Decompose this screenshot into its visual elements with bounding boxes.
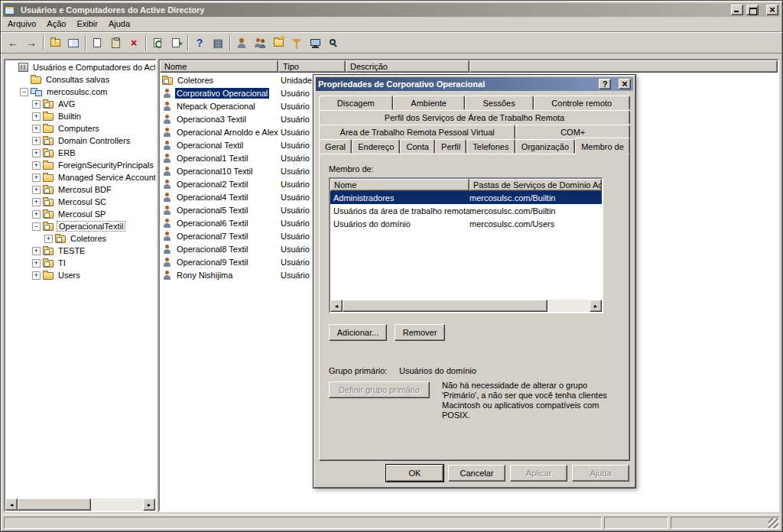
forward-button[interactable]: → xyxy=(22,34,41,51)
tab-telefones[interactable]: Telefones xyxy=(466,139,515,154)
tab-conta[interactable]: Conta xyxy=(400,139,435,154)
close-icon[interactable] xyxy=(766,5,778,15)
window-titlebar[interactable]: Usuários e Computadores do Active Direct… xyxy=(3,3,780,17)
tree-item-erb[interactable]: +ERB xyxy=(5,147,155,159)
new-group-button[interactable] xyxy=(251,34,269,51)
resize-grip[interactable] xyxy=(768,518,778,528)
tree-item-mercosulsc-com[interactable]: −mercosulsc.com xyxy=(5,86,155,98)
filter-button[interactable] xyxy=(288,34,306,51)
refresh-button[interactable] xyxy=(148,34,167,51)
expand-icon[interactable]: + xyxy=(32,100,41,109)
tree-item-mercosul-sc[interactable]: +Mercosul SC xyxy=(5,196,155,208)
expand-icon[interactable]: + xyxy=(32,125,41,133)
tree-item-coletores[interactable]: +Coletores xyxy=(5,232,155,245)
columns-button[interactable]: ▤ xyxy=(209,34,227,51)
tree-item-mercosul-sp[interactable]: +Mercosul SP xyxy=(5,208,155,220)
tab-controle-remoto[interactable]: Controle remoto xyxy=(534,96,631,110)
scroll-right-icon[interactable] xyxy=(143,498,155,511)
tab-organizacao[interactable]: Organização xyxy=(515,139,576,154)
expand-icon[interactable]: + xyxy=(32,112,41,121)
tree-item-builtin[interactable]: +Builtin xyxy=(5,110,155,122)
column-header-tipo[interactable]: Tipo xyxy=(278,60,346,73)
tree-item-computers[interactable]: +Computers xyxy=(5,122,155,135)
user-icon xyxy=(162,101,172,111)
folder-icon xyxy=(43,174,54,182)
expand-icon[interactable]: + xyxy=(32,271,41,280)
menu-acao[interactable]: Ação xyxy=(41,18,71,31)
list-item-name: Operacional1 Textil xyxy=(175,153,249,164)
tree-item-domain-controllers[interactable]: +Domain Controllers xyxy=(5,135,155,147)
help-icon[interactable] xyxy=(599,79,611,89)
tree-horizontal-scrollbar[interactable] xyxy=(5,498,155,511)
scrollbar-thumb[interactable] xyxy=(343,300,547,312)
tab-area-de-trabalho-remota-pessoal-virtual[interactable]: Área de Trabalho Remota Pessoal Virtual xyxy=(319,125,515,139)
tree-item-foreignsecurityprincipals[interactable]: +ForeignSecurityPrincipals xyxy=(5,159,155,171)
dialog-close-icon[interactable] xyxy=(619,79,631,89)
add-button[interactable]: Adicionar... xyxy=(329,324,387,341)
new-user-icon xyxy=(237,38,246,48)
collapse-icon[interactable]: − xyxy=(32,222,41,231)
new-ou-button[interactable] xyxy=(269,34,288,51)
tree-item-mercosul-bdf[interactable]: +Mercosul BDF xyxy=(5,183,155,196)
back-button[interactable]: ← xyxy=(4,34,22,51)
tree-item-users[interactable]: +Users xyxy=(5,269,155,281)
tree-item-teste[interactable]: +TESTE xyxy=(5,245,155,257)
tab-endereco[interactable]: Endereço xyxy=(352,139,400,154)
scrollbar-thumb[interactable] xyxy=(18,498,91,511)
expand-icon[interactable]: + xyxy=(32,161,41,170)
expand-icon[interactable]: + xyxy=(32,186,41,194)
delete-button[interactable]: × xyxy=(125,34,143,51)
scroll-left-icon[interactable] xyxy=(5,498,18,511)
tree-item-avg[interactable]: +AVG xyxy=(5,98,155,110)
expand-icon[interactable]: + xyxy=(32,198,41,206)
menu-exibir[interactable]: Exibir xyxy=(71,18,103,31)
find-button[interactable] xyxy=(324,34,343,51)
expand-icon[interactable]: + xyxy=(32,259,41,268)
ok-button[interactable]: OK xyxy=(386,465,443,482)
tab-discagem[interactable]: Discagem xyxy=(319,96,393,110)
new-user-button[interactable] xyxy=(232,34,251,51)
collapse-icon[interactable]: − xyxy=(20,88,28,96)
tree-item-operacionaltextil[interactable]: −OperacionalTextil xyxy=(5,220,155,232)
expand-icon[interactable]: + xyxy=(32,149,41,157)
dialog-titlebar[interactable]: Propriedades de Corporativo Operacional xyxy=(316,77,633,91)
show-console-tree-button[interactable] xyxy=(64,34,83,51)
up-one-level-button[interactable] xyxy=(46,34,64,51)
tab-perfil-dos-servicos-de-area-de-trabalho-remota[interactable]: Perfil dos Serviços de Área de Trabalho … xyxy=(319,110,630,125)
scroll-left-icon[interactable] xyxy=(330,300,343,312)
tab-membro-de[interactable]: Membro de xyxy=(575,138,630,154)
expand-icon[interactable]: + xyxy=(32,210,41,219)
export-list-button[interactable] xyxy=(167,34,185,51)
tab-sessoes[interactable]: Sessões xyxy=(465,96,534,110)
expand-icon[interactable]: + xyxy=(32,247,41,255)
remove-button[interactable]: Remover xyxy=(395,324,445,341)
menu-arquivo[interactable]: Arquivo xyxy=(2,18,41,31)
tab-ambiente[interactable]: Ambiente xyxy=(393,96,465,110)
tree-item-usuarios-e-computadores-do-active[interactable]: Usuários e Computadores do Active xyxy=(5,61,155,73)
maximize-icon[interactable] xyxy=(746,5,759,15)
member-column-name[interactable]: Nome xyxy=(330,179,469,191)
paste-button[interactable] xyxy=(106,34,125,51)
column-header-nome[interactable]: Nome xyxy=(160,60,278,73)
member-horizontal-scrollbar[interactable] xyxy=(330,300,602,312)
cancelar-button[interactable]: Cancelar xyxy=(448,465,505,482)
tree-item-ti[interactable]: +TI xyxy=(5,257,155,269)
expand-icon[interactable]: + xyxy=(44,235,53,243)
member-row-usuarios-da-area-de-trabalho-remota[interactable]: Usuários da área de trabalho remotamerco… xyxy=(330,204,602,217)
scroll-right-icon[interactable] xyxy=(590,300,602,312)
expand-icon[interactable]: + xyxy=(32,137,41,145)
tree-item-consultas-salvas[interactable]: Consultas salvas xyxy=(5,73,155,86)
minimize-icon[interactable] xyxy=(731,5,743,15)
help-button[interactable]: ? xyxy=(190,34,209,51)
column-header-descricao[interactable]: Descrição xyxy=(346,60,469,73)
member-row-usuarios-do-dominio[interactable]: Usuários do domíniomercosulsc.com/Users xyxy=(330,217,602,230)
member-row-administradores[interactable]: Administradoresmercosulsc.com/Builtin xyxy=(330,191,602,204)
tree-item-managed-service-accounts[interactable]: +Managed Service Accounts xyxy=(5,171,155,183)
menu-ajuda[interactable]: Ajuda xyxy=(103,18,135,31)
tab-perfil[interactable]: Perfil xyxy=(435,139,466,154)
expand-icon[interactable]: + xyxy=(32,174,41,182)
tab-geral[interactable]: Geral xyxy=(319,139,352,154)
new-computer-button[interactable] xyxy=(306,34,324,51)
copy-button[interactable] xyxy=(88,34,106,51)
member-column-folder[interactable]: Pastas de Serviços de Domínio Act xyxy=(469,179,602,191)
